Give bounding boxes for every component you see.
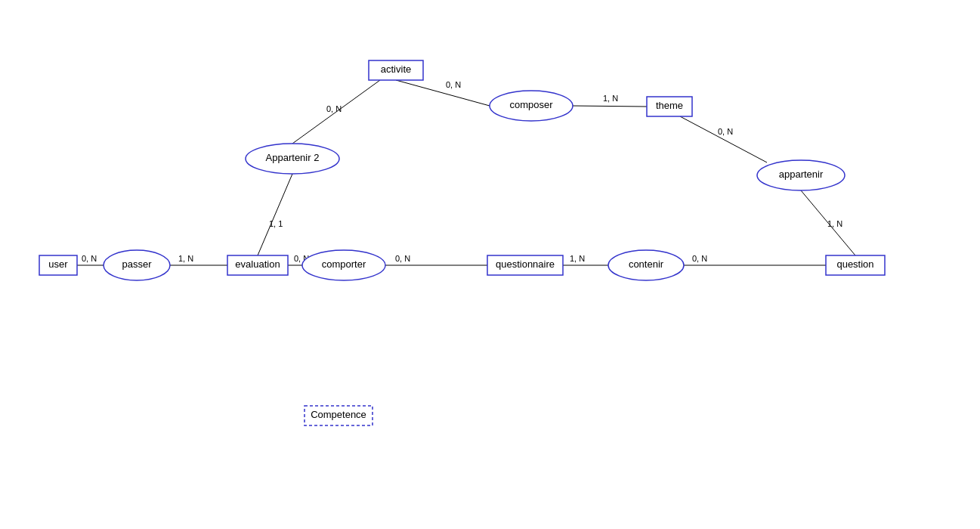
card-appartenir2-evaluation: 1, 1 — [269, 219, 283, 228]
diagram-container: 0, N 1, N 0, N 1, 1 0, N 1, N 0, N 0, N … — [0, 0, 980, 529]
line-theme-appartenir — [680, 116, 767, 162]
card-activite-appartenir2: 0, N — [326, 104, 342, 113]
entity-competence-label: Competence — [311, 409, 366, 420]
card-user-passer: 0, N — [82, 254, 97, 263]
diagram-svg: 0, N 1, N 0, N 1, 1 0, N 1, N 0, N 0, N … — [0, 0, 980, 529]
entity-user-label: user — [48, 258, 68, 270]
card-appartenir-question: 1, N — [827, 219, 842, 228]
relation-composer-label: composer — [509, 99, 553, 110]
card-composer-theme: 1, N — [603, 94, 618, 103]
relation-contenir-label: contenir — [629, 258, 664, 270]
relation-appartenir-label: appartenir — [779, 169, 824, 180]
line-composer-theme — [573, 106, 647, 107]
card-passer-evaluation: 1, N — [178, 254, 193, 263]
relation-appartenir2-label: Appartenir 2 — [266, 152, 320, 163]
entity-theme-label: theme — [656, 100, 683, 111]
card-contenir-question: 0, N — [692, 254, 707, 263]
entity-activite-label: activite — [381, 63, 411, 75]
card-comporter-questionnaire: 0, N — [395, 254, 410, 263]
entity-questionnaire-label: questionnaire — [496, 258, 555, 270]
relation-comporter-label: comporter — [322, 258, 366, 270]
relation-passer-label: passer — [122, 258, 152, 270]
card-theme-appartenir: 0, N — [718, 127, 733, 136]
entity-evaluation-label: evaluation — [235, 258, 280, 270]
line-activite-composer — [396, 80, 490, 106]
card-questionnaire-contenir: 1, N — [570, 254, 585, 263]
line-appartenir2-evaluation — [258, 174, 292, 255]
entity-question-label: question — [836, 258, 873, 270]
card-activite-composer: 0, N — [446, 80, 461, 89]
